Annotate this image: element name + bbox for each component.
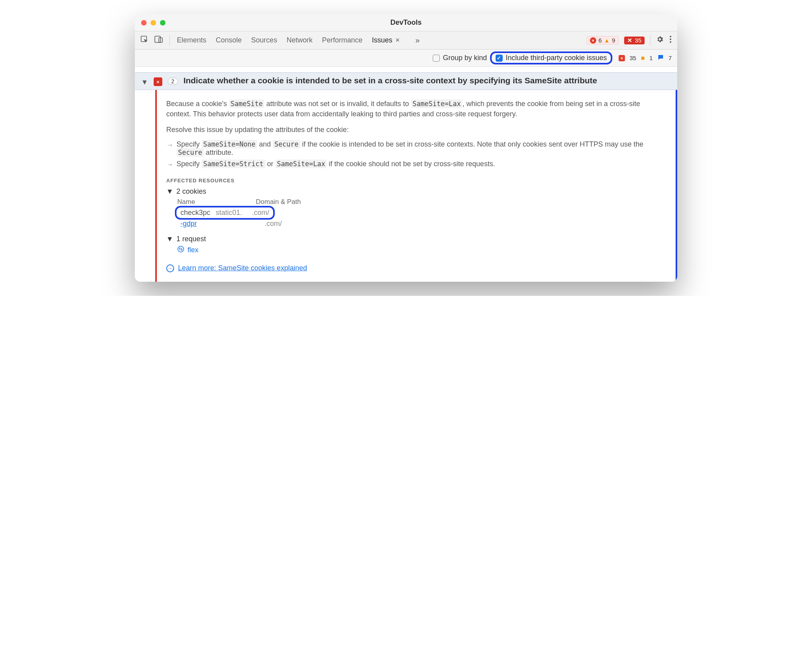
expand-icon[interactable]: ▼	[141, 78, 148, 86]
svg-point-4	[670, 39, 671, 40]
issue-bullet-2: → Specify SameSite=Strict or SameSite=La…	[166, 160, 666, 169]
issues-toolbar: Group by kind Include third-party cookie…	[135, 50, 677, 67]
triangle-down-icon: ▼	[166, 187, 173, 196]
subbar-error-count: 35	[630, 55, 636, 61]
issue-title: Indicate whether a cookie is intended to…	[184, 76, 671, 85]
inspect-icon[interactable]	[140, 35, 148, 45]
error-warning-pill[interactable]: × 6 ▲ 9	[586, 36, 619, 44]
tab-console[interactable]: Console	[216, 36, 242, 44]
cookie-row-1-highlight: check3pc static01. .com/	[175, 206, 275, 220]
col-domain: Domain & Path	[256, 198, 301, 206]
subbar-chat-count: 7	[669, 55, 672, 61]
tab-issues-label: Issues	[372, 36, 392, 44]
include-third-party-highlight: Include third-party cookie issues	[490, 51, 612, 64]
learn-more-row[interactable]: → Learn more: SameSite cookies explained	[166, 264, 666, 272]
tab-sources[interactable]: Sources	[251, 36, 277, 44]
issues-count: 35	[635, 37, 641, 44]
include-third-party-checkbox[interactable]: Include third-party cookie issues	[496, 54, 607, 62]
issues-error-icon: ✕	[627, 37, 632, 44]
tab-close-icon[interactable]: ×	[395, 36, 400, 44]
issues-pill[interactable]: ✕ 35	[624, 37, 645, 44]
svg-point-3	[670, 36, 671, 37]
cookies-label: 2 cookies	[176, 187, 206, 196]
group-by-kind-checkbox[interactable]: Group by kind	[433, 54, 487, 62]
cookie-2-name[interactable]: -gdpr	[180, 220, 259, 228]
tab-issues[interactable]: Issues ×	[372, 36, 400, 44]
error-icon: ×	[590, 37, 596, 44]
tab-network[interactable]: Network	[287, 36, 312, 44]
devtools-tabstrip: Elements Console Sources Network Perform…	[135, 31, 677, 50]
kebab-menu-icon[interactable]	[669, 35, 672, 45]
svg-point-6	[178, 246, 184, 252]
request-name[interactable]: flex	[187, 246, 198, 254]
severity-gutter	[135, 90, 157, 282]
more-tabs-icon[interactable]: »	[415, 36, 420, 45]
cookie-row-2: -gdpr .com/	[180, 220, 666, 228]
svg-rect-1	[155, 36, 160, 42]
cookie-2-domain: .com/	[265, 220, 282, 228]
svg-point-5	[670, 41, 671, 43]
cookie-table-header: Name Domain & Path	[177, 198, 666, 206]
window-title: DevTools	[135, 18, 677, 27]
cookie-1-domain: static01. .com/	[216, 209, 269, 217]
request-row[interactable]: flex	[177, 246, 666, 255]
include-third-party-label: Include third-party cookie issues	[506, 54, 607, 62]
subbar-warn-count: 1	[649, 55, 652, 61]
cookie-1-name[interactable]: check3pc	[180, 209, 210, 217]
issue-description-1: Because a cookie's SameSite attribute wa…	[166, 99, 666, 119]
issue-row[interactable]: ▼ × 2 Indicate whether a cookie is inten…	[135, 72, 677, 90]
warning-icon: ▲	[604, 37, 610, 44]
tab-performance[interactable]: Performance	[322, 36, 362, 44]
requests-label: 1 request	[176, 235, 206, 243]
arrow-icon: →	[166, 141, 173, 149]
col-name: Name	[177, 198, 256, 206]
warning-count: 9	[612, 37, 615, 44]
issue-body: Because a cookie's SameSite attribute wa…	[157, 90, 677, 282]
issue-bullet-1: → Specify SameSite=None and Secure if th…	[166, 140, 666, 157]
settings-icon[interactable]	[656, 35, 664, 45]
titlebar: DevTools	[135, 14, 677, 31]
affected-resources-heading: Affected Resources	[166, 178, 666, 183]
issue-description-2: Resolve this issue by updating the attri…	[166, 125, 666, 135]
triangle-down-icon: ▼	[166, 235, 173, 243]
cookies-expander[interactable]: ▼ 2 cookies	[166, 187, 666, 196]
subbar-warn-icon: ■	[641, 55, 645, 62]
tab-elements[interactable]: Elements	[177, 36, 206, 44]
issue-count-badge: 2	[168, 78, 178, 85]
arrow-icon: →	[166, 161, 173, 169]
requests-expander[interactable]: ▼ 1 request	[166, 235, 666, 243]
device-toolbar-icon[interactable]	[154, 35, 163, 45]
subbar-chat-icon	[658, 54, 664, 62]
group-by-kind-label: Group by kind	[443, 54, 487, 62]
request-icon	[177, 246, 184, 255]
subbar-error-icon: ×	[619, 55, 625, 61]
external-link-icon: →	[166, 264, 174, 272]
severity-error-icon: ×	[154, 77, 162, 86]
error-count: 6	[599, 37, 602, 44]
learn-more-link[interactable]: Learn more: SameSite cookies explained	[178, 264, 307, 272]
